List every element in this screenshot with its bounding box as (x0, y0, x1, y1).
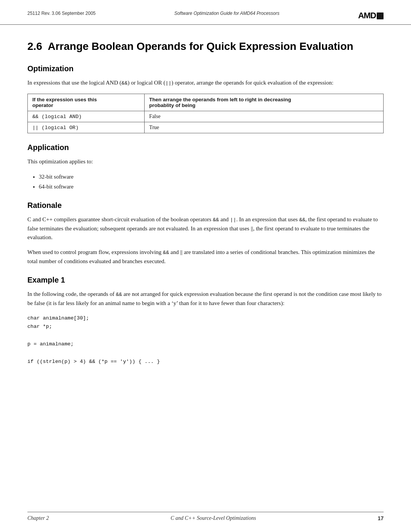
rationale-para2: When used to control program flow, expre… (27, 248, 384, 266)
page-footer: Chapter 2 C and C++ Source-Level Optimiz… (27, 512, 384, 521)
page: 25112 Rev. 3.06 September 2005 Software … (0, 0, 411, 532)
optimization-heading: Optimization (27, 64, 384, 73)
page-header: 25112 Rev. 3.06 September 2005 Software … (0, 0, 411, 25)
footer-title: C and C++ Source-Level Optimizations (49, 515, 378, 521)
and-operator: && (121, 80, 127, 86)
operator-table: If the expression uses this operator The… (27, 94, 384, 133)
application-heading: Application (27, 143, 384, 152)
example1-heading: Example 1 (27, 276, 384, 284)
page-content: 2.6 Arrange Boolean Operands for Quick E… (0, 25, 411, 396)
example1-body: In the following code, the operands of &… (27, 290, 384, 308)
table-cell-operator-2: || (logical OR) (28, 122, 145, 133)
table-cell-value-1: False (145, 111, 384, 122)
rationale-para1: C and C++ compilers guarantee short-circ… (27, 215, 384, 242)
list-item: 64-bit software (39, 182, 384, 191)
table-cell-value-2: True (145, 122, 384, 133)
table-cell-operator-1: && (logical AND) (28, 111, 145, 122)
optimization-body: In expressions that use the logical AND … (27, 78, 384, 88)
footer-chapter: Chapter 2 (27, 515, 49, 521)
rationale-heading: Rationale (27, 201, 384, 210)
table-row: || (logical OR) True (28, 122, 384, 133)
header-title: Software Optimization Guide for AMD64 Pr… (96, 11, 358, 16)
table-col2-header: Then arrange the operands from left to r… (145, 94, 384, 111)
application-bullets: 32-bit software 64-bit software (39, 172, 384, 191)
or-operator: || (165, 80, 171, 86)
table-col1-header: If the expression uses this operator (28, 94, 145, 111)
amd-logo: AMD▩ (358, 11, 384, 21)
example1-code: char animalname[30]; char *p; p = animal… (27, 314, 384, 367)
list-item: 32-bit software (39, 172, 384, 181)
table-row: && (logical AND) False (28, 111, 384, 122)
footer-page-number: 17 (378, 515, 384, 521)
application-intro: This optimization applies to: (27, 157, 384, 166)
header-doc-number: 25112 Rev. 3.06 September 2005 (27, 11, 96, 16)
chapter-title: 2.6 Arrange Boolean Operands for Quick E… (27, 40, 384, 53)
